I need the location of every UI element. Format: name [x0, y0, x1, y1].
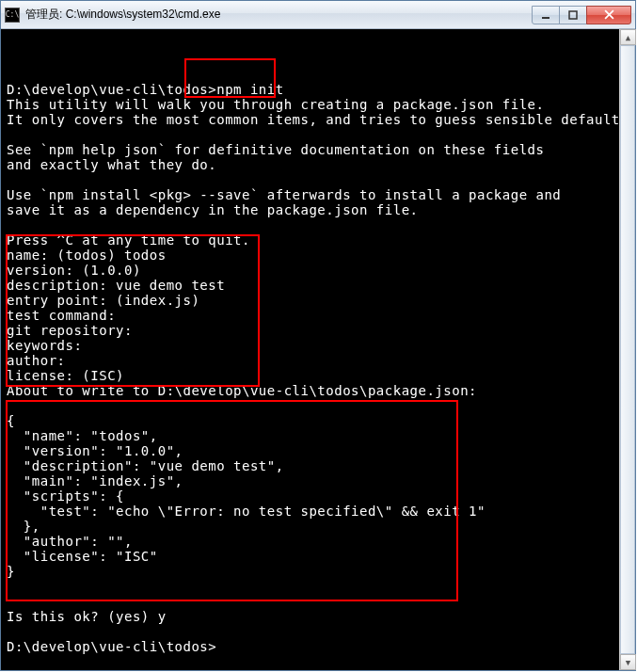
scroll-up-button[interactable]: ▲	[620, 29, 636, 45]
terminal-line: "main": "index.js",	[7, 473, 629, 488]
terminal-line: "scripts": {	[7, 488, 629, 504]
svg-rect-1	[569, 11, 577, 19]
terminal-line: This utility will walk you through creat…	[7, 97, 629, 112]
terminal-line: Is this ok? (yes) y	[7, 609, 629, 624]
terminal-line: and exactly what they do.	[7, 157, 629, 172]
terminal-line: }	[7, 564, 629, 579]
terminal-line: },	[7, 519, 629, 534]
terminal-line	[7, 624, 629, 639]
scroll-thumb[interactable]	[620, 45, 635, 654]
terminal-line: keywords:	[7, 338, 629, 353]
terminal-area[interactable]: D:\develop\vue-cli\todos>npm initThis ut…	[1, 29, 635, 670]
titlebar[interactable]: C:\ 管理员: C:\windows\system32\cmd.exe	[1, 1, 635, 29]
terminal-line: About to write to D:\develop\vue-cli\tod…	[7, 383, 629, 398]
terminal-line: git repository:	[7, 323, 629, 338]
terminal-line: See `npm help json` for definitive docum…	[7, 142, 629, 157]
terminal-line	[7, 67, 629, 82]
close-button[interactable]	[586, 6, 631, 24]
terminal-line: Use `npm install <pkg> --save` afterward…	[7, 187, 629, 202]
terminal-line	[7, 579, 629, 594]
terminal-line	[7, 398, 629, 413]
terminal-line: "version": "1.0.0",	[7, 443, 629, 458]
window-title: 管理员: C:\windows\system32\cmd.exe	[25, 7, 533, 23]
terminal-line	[7, 172, 629, 187]
terminal-line: D:\develop\vue-cli\todos>npm init	[7, 82, 629, 97]
cmd-window: C:\ 管理员: C:\windows\system32\cmd.exe D:\…	[0, 0, 636, 671]
terminal-line: Press ^C at any time to quit.	[7, 232, 629, 248]
terminal-line: It only covers the most common items, an…	[7, 112, 629, 127]
cmd-icon: C:\	[5, 8, 20, 23]
terminal-line: "description": "vue demo test",	[7, 458, 629, 473]
terminal-line: {	[7, 413, 629, 428]
scroll-down-button[interactable]: ▼	[620, 654, 636, 670]
svg-rect-0	[542, 17, 549, 19]
terminal-line: description: vue demo test	[7, 278, 629, 293]
terminal-line: "author": "",	[7, 534, 629, 549]
terminal-line: version: (1.0.0)	[7, 263, 629, 278]
terminal-line: D:\develop\vue-cli\todos>	[7, 639, 629, 654]
terminal-line: entry point: (index.js)	[7, 293, 629, 308]
minimize-button[interactable]	[532, 6, 560, 24]
terminal-line: license: (ISC)	[7, 368, 629, 383]
terminal-line	[7, 594, 629, 609]
terminal-line: "test": "echo \"Error: no test specified…	[7, 504, 629, 519]
terminal-line	[7, 127, 629, 142]
terminal-line: "name": "todos",	[7, 428, 629, 443]
terminal-line: "license": "ISC"	[7, 549, 629, 564]
terminal-line: author:	[7, 353, 629, 368]
terminal-line	[7, 217, 629, 232]
vertical-scrollbar[interactable]: ▲ ▼	[619, 29, 635, 670]
terminal-line: name: (todos) todos	[7, 248, 629, 263]
maximize-button[interactable]	[559, 6, 587, 24]
window-controls	[533, 6, 631, 24]
terminal-line: save it as a dependency in the package.j…	[7, 202, 629, 217]
terminal-line: test command:	[7, 308, 629, 323]
terminal-content: D:\develop\vue-cli\todos>npm initThis ut…	[7, 67, 629, 654]
